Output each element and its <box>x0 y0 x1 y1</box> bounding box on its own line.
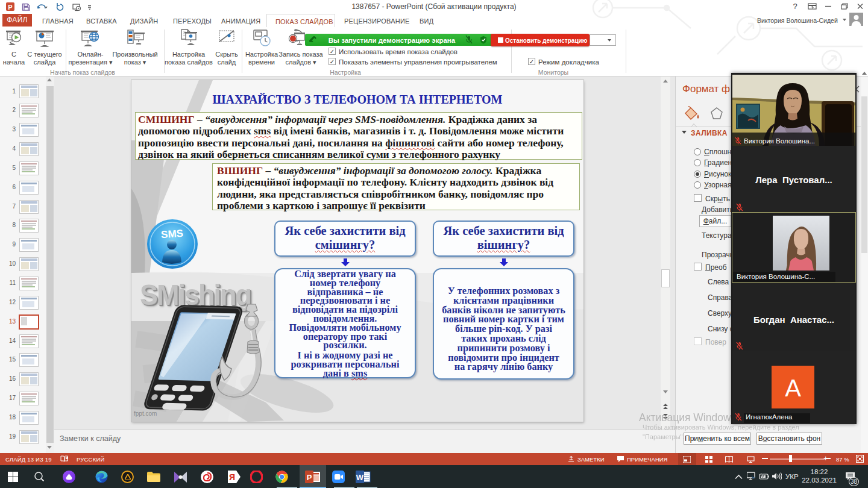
svg-text:Я: Я <box>229 472 235 482</box>
svg-text:P: P <box>307 473 312 482</box>
svg-text:?: ? <box>793 2 797 11</box>
svg-text:SMS: SMS <box>161 228 184 241</box>
svg-text:W: W <box>356 473 364 482</box>
